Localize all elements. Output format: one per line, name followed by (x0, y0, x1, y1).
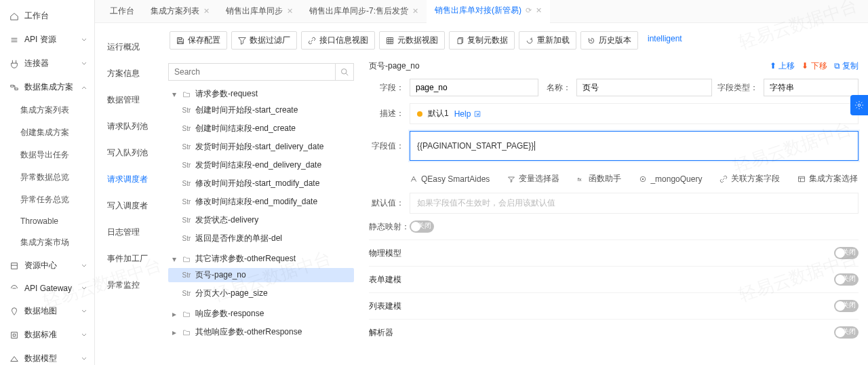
nav-sub-3-3[interactable]: 异常数据总览 (0, 166, 94, 189)
tree-leaf-0-3[interactable]: Str发货时间结束段-end_delivery_date (168, 158, 354, 172)
scheme-subnav: 运行概况方案信息数据管理请求队列池写入队列池请求调度者写入调度者日志管理事件加工… (95, 23, 163, 365)
tree-node-3[interactable]: ▸其他响应参数-otherResponse (168, 325, 354, 339)
nav-sub-3-6[interactable]: 集成方案市场 (0, 231, 94, 254)
tree-leaf-0-4[interactable]: Str修改时间开始段-start_modify_date (168, 176, 354, 191)
iface-button[interactable]: 接口信息视图 (301, 31, 375, 50)
help-link[interactable]: Help (454, 109, 482, 119)
copy-button[interactable]: ⧉ 复制 (834, 60, 859, 72)
caret-icon[interactable]: ▾ (171, 90, 178, 99)
tab-4[interactable]: 销售出库单对接(新管易)⟳✕ (427, 0, 550, 23)
tab-3[interactable]: 销售出库单同步-7:售后发货✕ (301, 0, 427, 23)
tree-leaf-0-5[interactable]: Str修改时间结束段-end_modify_date (168, 195, 354, 209)
nav-item-5[interactable]: API Gateway (0, 277, 94, 299)
section-toggle-1[interactable]: 关闭 (834, 273, 859, 286)
tree-leaf-0-0[interactable]: Str创建时间开始段-start_create (168, 103, 354, 117)
helper-4[interactable]: 关联方案字段 (719, 173, 780, 185)
nav-item-2[interactable]: 连接器 (0, 52, 94, 75)
search-button[interactable] (335, 63, 354, 81)
tree-leaf-1-1[interactable]: Str分页大小-page_size (168, 286, 354, 301)
subnav-item-2[interactable]: 数据管理 (95, 87, 163, 113)
static-toggle[interactable]: 关闭 (410, 220, 434, 233)
tab-0[interactable]: 工作台 (102, 0, 142, 23)
copymeta-button[interactable]: 复制元数据 (449, 31, 515, 50)
nav-item-3[interactable]: 数据集成方案 (0, 75, 94, 99)
grid-icon (386, 37, 394, 45)
subnav-item-3[interactable]: 请求队列池 (95, 113, 163, 140)
nav-item-4[interactable]: 资源中心 (0, 254, 94, 277)
close-icon[interactable]: ✕ (412, 7, 418, 16)
tab-2[interactable]: 销售出库单同步✕ (218, 0, 301, 23)
meta-button[interactable]: 元数据视图 (379, 31, 445, 50)
tab-1[interactable]: 集成方案列表✕ (142, 0, 218, 23)
close-icon[interactable]: ✕ (536, 6, 542, 15)
subnav-item-8[interactable]: 事件加工厂 (95, 246, 163, 272)
caret-icon[interactable]: ▸ (171, 309, 178, 319)
subnav-item-4[interactable]: 写入队列池 (95, 140, 163, 166)
settings-fab[interactable] (850, 95, 868, 115)
string-icon: Str (181, 271, 192, 279)
nav-sub-3-4[interactable]: 异常任务总览 (0, 189, 94, 211)
nav-sub-3-1[interactable]: 创建集成方案 (0, 121, 94, 144)
helper-3[interactable]: _mongoQuery (639, 173, 702, 185)
nav-item-7[interactable]: 数据标准 (0, 323, 94, 347)
reload-icon[interactable]: ⟳ (526, 6, 532, 15)
nav-sub-3-5[interactable]: Throwable (0, 211, 94, 231)
chevron-down-icon (81, 37, 87, 43)
chevron-down-icon (81, 60, 87, 67)
helper-5[interactable]: 集成方案选择 (797, 173, 858, 185)
tree-leaf-1-0[interactable]: Str页号-page_no (168, 268, 354, 282)
filter-button[interactable]: 数据过滤厂 (231, 31, 297, 50)
section-toggle-3[interactable]: 关闭 (834, 326, 859, 339)
string-icon: Str (181, 290, 192, 297)
nav-item-8[interactable]: 数据模型 (0, 347, 94, 365)
subnav-item-5[interactable]: 请求调度者 (95, 166, 163, 193)
subnav-item-1[interactable]: 方案信息 (95, 60, 163, 87)
tree-node-1[interactable]: ▾其它请求参数-otherRequest (168, 252, 354, 266)
plug-icon (9, 59, 19, 69)
helper-0[interactable]: QEasy SmartAides (410, 173, 490, 185)
section-toggle-0[interactable]: 关闭 (834, 247, 859, 259)
field-input[interactable] (410, 79, 538, 96)
tree-node-2[interactable]: ▸响应参数-response (168, 307, 354, 321)
name-input[interactable] (576, 79, 712, 96)
subnav-item-6[interactable]: 写入调度者 (95, 193, 163, 219)
copy-icon (456, 37, 464, 45)
type-input[interactable] (764, 79, 859, 96)
reload-button[interactable]: 重新加载 (519, 31, 576, 50)
tree-node-0[interactable]: ▾请求参数-request (168, 87, 354, 101)
tree-leaf-0-7[interactable]: Str返回是否作废的单据-del (168, 231, 354, 246)
tree-leaf-0-6[interactable]: Str发货状态-delivery (168, 213, 354, 227)
section-1: 表单建模关闭 (369, 266, 859, 292)
subnav-item-7[interactable]: 日志管理 (95, 219, 163, 246)
subnav-item-0[interactable]: 运行概况 (95, 34, 163, 60)
caret-icon[interactable]: ▸ (171, 328, 178, 337)
tree-leaf-0-1[interactable]: Str创建时间结束段-end_create (168, 121, 354, 136)
nav-item-1[interactable]: API 资源 (0, 28, 94, 52)
nav-item-6[interactable]: 数据地图 (0, 299, 94, 323)
section-toggle-2[interactable]: 关闭 (834, 300, 859, 312)
tree-leaf-0-2[interactable]: Str发货时间开始段-start_delivery_date (168, 140, 354, 154)
close-icon[interactable]: ✕ (203, 7, 210, 16)
nav-item-0[interactable]: 工作台 (0, 4, 94, 28)
svg-point-0 (342, 69, 347, 75)
link-icon (308, 37, 316, 45)
search-input[interactable] (168, 63, 335, 81)
intelligent-link[interactable]: intelligent (642, 31, 688, 50)
save-button[interactable]: 保存配置 (170, 31, 227, 50)
chevron-down-icon (81, 263, 87, 269)
chevron-down-icon (81, 332, 87, 339)
subnav-item-9[interactable]: 异常监控 (95, 272, 163, 299)
helper-1[interactable]: 变量选择器 (507, 173, 559, 185)
nav-sub-3-2[interactable]: 数据导出任务 (0, 144, 94, 166)
move-up-button[interactable]: ⬆ 上移 (770, 60, 795, 72)
helper-2[interactable]: fx函数助手 (577, 173, 621, 185)
move-down-button[interactable]: ⬇ 下移 (802, 60, 827, 72)
warn-dot-icon (417, 111, 422, 117)
caret-icon[interactable]: ▾ (171, 254, 178, 264)
history-button[interactable]: 历史版本 (580, 31, 638, 50)
close-icon[interactable]: ✕ (287, 7, 293, 16)
value-input[interactable]: {{PAGINATION_START_PAGE}} (410, 131, 859, 161)
model-icon (9, 354, 19, 364)
default-input[interactable]: 如果字段值不生效时，会启用该默认值 (410, 193, 859, 214)
nav-sub-3-0[interactable]: 集成方案列表 (0, 99, 94, 121)
